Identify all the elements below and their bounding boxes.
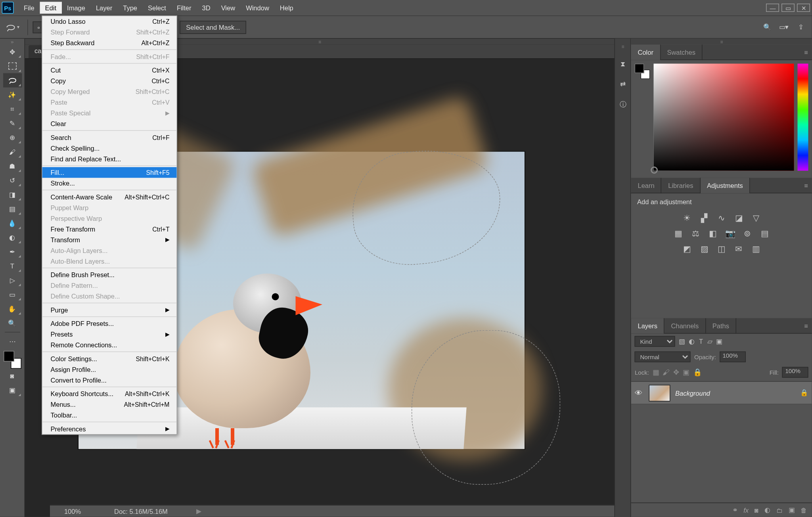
tab-channels[interactable]: Channels bbox=[665, 318, 706, 333]
window-minimize-button[interactable]: — bbox=[766, 4, 779, 12]
layer-name[interactable]: Background bbox=[675, 389, 710, 396]
link-layers-icon[interactable]: ⚭ bbox=[732, 506, 738, 514]
layer-filter-kind[interactable]: Kind bbox=[635, 336, 675, 347]
color-lookup-icon[interactable]: ▤ bbox=[759, 228, 770, 239]
levels-icon[interactable]: ▞ bbox=[699, 213, 710, 223]
menu-item-toolbar[interactable]: Toolbar... bbox=[42, 410, 177, 421]
shape-tool[interactable]: ▭ bbox=[3, 287, 22, 302]
filter-type-icon[interactable]: T bbox=[699, 337, 703, 345]
menu-item-check-spelling[interactable]: Check Spelling... bbox=[42, 143, 177, 153]
menu-item-preferences[interactable]: Preferences▶ bbox=[42, 423, 177, 434]
select-and-mask-button[interactable]: Select and Mask... bbox=[180, 21, 247, 34]
tab-swatches[interactable]: Swatches bbox=[661, 44, 703, 60]
magic-wand-tool[interactable]: ✨ bbox=[3, 88, 22, 102]
layer-group-icon[interactable]: 🗀 bbox=[776, 507, 783, 514]
color-balance-icon[interactable]: ⚖ bbox=[690, 228, 701, 239]
blend-mode-select[interactable]: Normal bbox=[635, 352, 691, 362]
menu-help[interactable]: Help bbox=[274, 2, 299, 14]
layer-mask-icon[interactable]: ◙ bbox=[755, 507, 758, 514]
blur-tool[interactable]: 💧 bbox=[3, 216, 22, 230]
fill-field[interactable]: 100% bbox=[782, 367, 808, 378]
menu-item-search[interactable]: SearchCtrl+F bbox=[42, 132, 177, 143]
exposure-icon[interactable]: ◪ bbox=[733, 213, 744, 223]
menu-type[interactable]: Type bbox=[118, 2, 143, 14]
menu-item-purge[interactable]: Purge▶ bbox=[42, 304, 177, 315]
saturation-brightness-picker[interactable] bbox=[654, 64, 794, 171]
filter-smart-icon[interactable]: ▣ bbox=[716, 337, 722, 345]
menu-item-assign-profile[interactable]: Assign Profile... bbox=[42, 364, 177, 375]
lock-all-icon[interactable]: 🔒 bbox=[693, 368, 702, 377]
tab-color[interactable]: Color bbox=[631, 44, 661, 60]
layer-row[interactable]: 👁 Background 🔒 bbox=[631, 382, 812, 404]
document-layout-icon[interactable]: ▭▾ bbox=[779, 22, 789, 33]
opacity-field[interactable]: 100% bbox=[720, 352, 746, 362]
vibrance-icon[interactable]: ▽ bbox=[751, 213, 761, 223]
filter-pixel-icon[interactable]: ▧ bbox=[679, 337, 685, 345]
menu-layer[interactable]: Layer bbox=[90, 2, 117, 14]
posterize-icon[interactable]: ▨ bbox=[699, 243, 710, 254]
gradient-tool[interactable]: ▤ bbox=[3, 202, 22, 216]
filter-shape-icon[interactable]: ▱ bbox=[707, 337, 712, 345]
lock-position-icon[interactable]: ✥ bbox=[673, 368, 679, 377]
crop-tool[interactable]: ⌗ bbox=[3, 102, 22, 116]
zoom-level[interactable]: 100% bbox=[55, 508, 90, 515]
type-tool[interactable]: T bbox=[3, 259, 22, 273]
channel-mixer-icon[interactable]: ⊚ bbox=[742, 228, 753, 239]
curves-icon[interactable]: ∿ bbox=[716, 213, 727, 223]
tab-learn[interactable]: Learn bbox=[631, 178, 662, 193]
menu-item-undo-lasso[interactable]: Undo LassoCtrl+Z bbox=[42, 16, 177, 27]
history-brush-tool[interactable]: ↺ bbox=[3, 173, 22, 188]
foreground-background-colors[interactable] bbox=[3, 351, 21, 369]
threshold-icon[interactable]: ◫ bbox=[716, 243, 727, 254]
menu-item-fill[interactable]: Fill...Shift+F5 bbox=[42, 167, 177, 178]
panel-menu-icon[interactable]: ≡ bbox=[800, 48, 812, 56]
menu-item-step-backward[interactable]: Step BackwardAlt+Ctrl+Z bbox=[42, 38, 177, 48]
brush-tool[interactable]: 🖌 bbox=[3, 145, 22, 159]
tab-paths[interactable]: Paths bbox=[706, 318, 736, 333]
menu-image[interactable]: Image bbox=[62, 2, 91, 14]
layer-thumbnail[interactable] bbox=[649, 385, 670, 401]
marquee-tool[interactable] bbox=[3, 59, 22, 73]
brightness-contrast-icon[interactable]: ☀ bbox=[682, 213, 692, 223]
hand-tool[interactable]: ✋ bbox=[3, 302, 22, 316]
healing-brush-tool[interactable]: ⊕ bbox=[3, 130, 22, 145]
menu-3d[interactable]: 3D bbox=[197, 2, 216, 14]
menu-item-define-brush-preset[interactable]: Define Brush Preset... bbox=[42, 270, 177, 280]
eyedropper-tool[interactable]: ✎ bbox=[3, 116, 22, 130]
layer-visibility-toggle[interactable]: 👁 bbox=[635, 389, 644, 398]
zoom-tool[interactable]: 🔍 bbox=[3, 316, 22, 330]
menu-item-find-and-replace-text[interactable]: Find and Replace Text... bbox=[42, 153, 177, 164]
screen-mode-button[interactable]: ▣ bbox=[3, 383, 22, 397]
move-tool[interactable]: ✥ bbox=[3, 45, 22, 59]
delete-layer-icon[interactable]: 🗑 bbox=[801, 507, 807, 514]
black-white-icon[interactable]: ◧ bbox=[708, 228, 718, 239]
menu-item-menus[interactable]: Menus...Alt+Shift+Ctrl+M bbox=[42, 399, 177, 410]
menu-item-stroke[interactable]: Stroke... bbox=[42, 178, 177, 189]
menu-item-adobe-pdf-presets[interactable]: Adobe PDF Presets... bbox=[42, 318, 177, 329]
menu-item-presets[interactable]: Presets▶ bbox=[42, 329, 177, 340]
tab-layers[interactable]: Layers bbox=[631, 318, 665, 333]
tab-libraries[interactable]: Libraries bbox=[662, 178, 701, 193]
menu-item-color-settings[interactable]: Color Settings...Shift+Ctrl+K bbox=[42, 353, 177, 364]
properties-panel-icon[interactable]: ⇄ bbox=[617, 78, 629, 90]
history-panel-icon[interactable]: ⧗ bbox=[617, 58, 629, 70]
lock-transparent-icon[interactable]: ▦ bbox=[653, 368, 659, 377]
menu-item-clear[interactable]: Clear bbox=[42, 119, 177, 129]
status-flyout-arrow[interactable]: ▶ bbox=[196, 507, 201, 515]
pen-tool[interactable]: ✒ bbox=[3, 245, 22, 259]
menu-view[interactable]: View bbox=[216, 2, 240, 14]
panel-menu-icon[interactable]: ≡ bbox=[800, 322, 812, 329]
gradient-map-icon[interactable]: ▥ bbox=[751, 243, 761, 254]
share-icon[interactable]: ⇪ bbox=[795, 22, 806, 33]
menu-item-free-transform[interactable]: Free TransformCtrl+T bbox=[42, 224, 177, 234]
quick-mask-button[interactable]: ◙ bbox=[3, 369, 22, 383]
current-tool-icon[interactable]: ▾ bbox=[4, 20, 20, 34]
menu-item-remote-connections[interactable]: Remote Connections... bbox=[42, 340, 177, 350]
hue-sat-icon[interactable]: ▦ bbox=[673, 228, 684, 239]
dodge-tool[interactable]: ◐ bbox=[3, 230, 22, 245]
invert-icon[interactable]: ◩ bbox=[682, 243, 692, 254]
search-icon[interactable]: 🔍 bbox=[762, 22, 773, 33]
menu-item-copy[interactable]: CopyCtrl+C bbox=[42, 76, 177, 86]
clone-stamp-tool[interactable]: ☗ bbox=[3, 159, 22, 173]
document-info[interactable]: Doc: 5.16M/5.16M bbox=[114, 508, 168, 515]
